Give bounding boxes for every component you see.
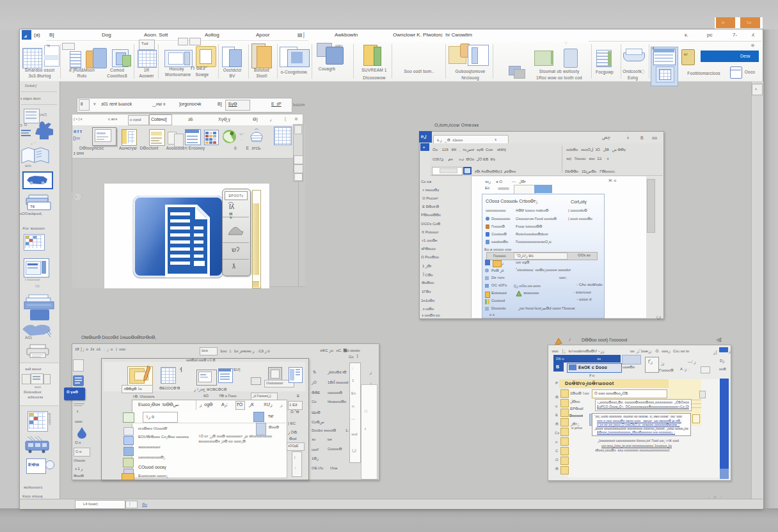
svg-text:тк: тк — [30, 203, 35, 209]
